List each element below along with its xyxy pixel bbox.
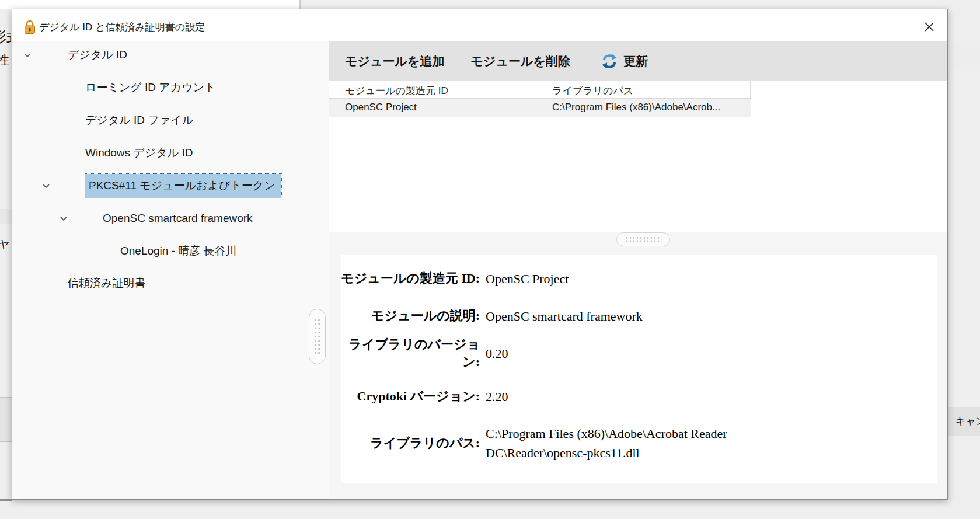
detail-label: ライブラリのバージョン: [341,336,480,371]
tree-item-trusted-certificates[interactable]: 信頼済み証明書 [12,272,329,294]
underlying-footer-band [0,397,12,442]
detail-value: OpenSC smartcard framework [486,306,643,326]
chevron-down-icon[interactable] [40,180,52,194]
module-table-header: モジュールの製造元 ID ライブラリのパス [329,81,751,99]
tree-item-opensc-framework[interactable]: OpenSC smartcard framework [12,207,329,229]
tree-item-label: デジタル ID ファイル [85,113,193,128]
tree-item-label: ローミング ID アカウント [85,80,216,95]
refresh-button[interactable]: 更新 [601,53,648,70]
detail-value: 0.20 [486,344,508,363]
module-toolbar: モジュールを追加 モジュールを削除 更新 [329,41,948,81]
underlying-text-fragment: 形式 [0,27,11,50]
underlying-partial-button[interactable] [950,41,980,71]
detail-label: モジュールの製造元 ID: [341,270,480,287]
detail-label: ライブラリのパス: [341,434,480,452]
column-header-library-path[interactable]: ライブラリのパス [552,84,633,97]
detail-row-library-version: ライブラリのバージョン: 0.20 [341,335,937,371]
horizontal-splitter-handle[interactable] [616,232,670,246]
remove-module-button[interactable]: モジュールを削除 [470,53,570,69]
tree-item-label: PKCS#11 モジュールおよびトークン [89,179,275,191]
detail-value: 2.20 [486,387,508,406]
tree-item-windows-digital-id[interactable]: Windows デジタル ID [12,142,329,164]
tree-item-pkcs11-modules[interactable]: PKCS#11 モジュールおよびトークン [12,175,329,197]
vertical-splitter-handle[interactable] [309,309,326,364]
column-separator[interactable] [535,81,535,99]
splitter-grip-dots [313,318,321,356]
selected-tree-item-highlight: PKCS#11 モジュールおよびトークン [85,174,281,198]
detail-row-cryptoki-version: Cryptoki バージョン: 2.20 [341,378,937,414]
splitter-grip-dots [625,236,661,243]
chevron-down-icon[interactable] [58,213,69,227]
detail-value: C:\Program Files (x86)\Adobe\Acrobat Rea… [486,424,830,462]
detail-value: OpenSC Project [486,269,569,288]
detail-row-manufacturer-id: モジュールの製造元 ID: OpenSC Project [341,260,937,297]
tree-item-label: OpenSC smartcard framework [103,212,253,225]
dialog-title: デジタル ID と信頼済み証明書の設定 [39,20,205,34]
cell-library-path: C:\Program Files (x86)\Adobe\Acrob... [552,102,720,113]
dialog-titlebar: デジタル ID と信頼済み証明書の設定 [12,9,947,41]
lock-icon [24,19,36,37]
tree-item-digital-id-files[interactable]: デジタル ID ファイル [12,109,329,131]
underlying-panel-divider [299,0,301,9]
column-separator[interactable] [750,81,751,99]
tree-item-label: OneLogin - 晴彦 長谷川 [120,243,237,259]
column-header-manufacturer-id[interactable]: モジュールの製造元 ID [345,84,448,97]
underlying-text-fragment: ヤー [0,237,11,255]
tree-item-label: デジタル ID [68,47,127,62]
module-details-card: モジュールの製造元 ID: OpenSC Project モジュールの説明: O… [341,255,937,483]
add-module-button[interactable]: モジュールを追加 [345,53,444,69]
tree-item-label: Windows デジタル ID [85,145,193,161]
cancel-button[interactable]: キャンセル [948,407,980,436]
cell-manufacturer-id: OpenSC Project [345,102,417,113]
detail-label: モジュールの説明: [341,307,480,325]
underlying-text-fragment: 性 ( [0,51,9,70]
tree-item-roaming-id-accounts[interactable]: ローミング ID アカウント [12,76,329,99]
digital-id-settings-dialog: デジタル ID と信頼済み証明書の設定 デジタル ID ローミング ID アカウ… [12,9,948,500]
underlying-window-surface [0,0,299,9]
cancel-button-label: キャンセル [955,407,980,436]
detail-row-module-description: モジュールの説明: OpenSC smartcard framework [341,304,937,328]
close-button[interactable] [920,18,938,36]
detail-row-library-path: ライブラリのパス: C:\Program Files (x86)\Adobe\A… [341,422,937,465]
underlying-row-band [0,209,12,224]
tree-item-onelogin-token[interactable]: OneLogin - 晴彦 長谷川 [12,240,329,262]
tree-item-digital-id[interactable]: デジタル ID [12,44,329,66]
tree-item-label: 信頼済み証明書 [68,276,145,291]
refresh-button-label: 更新 [623,53,648,69]
close-icon [923,20,936,33]
chevron-down-icon[interactable] [22,49,33,64]
module-table-row[interactable]: OpenSC Project C:\Program Files (x86)\Ad… [329,99,751,117]
detail-label: Cryptoki バージョン: [341,388,480,405]
underlying-window-edge [0,499,12,501]
refresh-icon [601,53,618,70]
